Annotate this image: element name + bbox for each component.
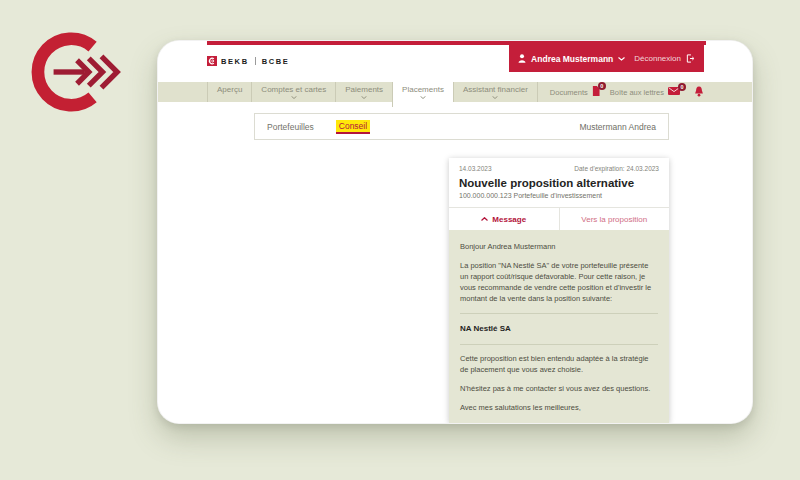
message-greeting: Bonjour Andrea Mustermann xyxy=(460,242,658,253)
nav-tab-placements[interactable]: Placements xyxy=(392,82,453,107)
brand-divider xyxy=(255,57,256,65)
documents-icon[interactable]: 0 xyxy=(592,86,600,98)
message-paragraph: La position "NA Nestlé SA" de votre port… xyxy=(460,261,658,305)
tab-message[interactable]: Message xyxy=(449,208,560,230)
tab-proposal[interactable]: Vers la proposition xyxy=(560,208,670,230)
tab-proposal-label: Vers la proposition xyxy=(581,215,647,224)
tab-message-label: Message xyxy=(492,215,526,224)
chevron-up-icon xyxy=(481,217,488,221)
main-nav: Aperçu Comptes et cartes Paiements Place… xyxy=(158,82,752,102)
message-paragraph: N'hésitez pas à me contacter si vous ave… xyxy=(460,384,658,395)
message-paragraph: Cette proposition est bien entendu adapt… xyxy=(460,354,658,376)
chevron-down-icon xyxy=(492,96,498,99)
nav-tab-comptes-et-cartes[interactable]: Comptes et cartes xyxy=(251,82,335,102)
nav-utilities: Documents 0 Boîte aux lettres 0 xyxy=(550,82,704,102)
breadcrumb-user: Mustermann Andrea xyxy=(579,122,656,132)
nav-tab-assistant-financier[interactable]: Assistant financier xyxy=(453,82,538,102)
mailbox-label[interactable]: Boîte aux lettres xyxy=(610,88,664,97)
brand-text-bekb: BEKB xyxy=(221,57,249,66)
nav-tab-label: Aperçu xyxy=(217,85,242,94)
nav-tab-paiements[interactable]: Paiements xyxy=(335,82,392,102)
browser-window: BEKB BCBE Andrea Mustermann Déconnexion xyxy=(157,40,753,424)
person-icon xyxy=(518,54,526,63)
divider xyxy=(460,313,658,314)
proposal-card: 14.03.2023 Date d'expiration: 24.03.2023… xyxy=(449,158,669,423)
nav-tab-apercu[interactable]: Aperçu xyxy=(207,82,251,102)
notifications-bell-icon[interactable] xyxy=(694,86,704,99)
nav-tab-label: Assistant financier xyxy=(463,85,528,94)
logout-icon[interactable] xyxy=(686,54,695,63)
card-subtitle: 100.000.000.123 Portefeuille d'investiss… xyxy=(459,192,659,199)
chevron-down-icon xyxy=(291,96,297,99)
documents-label[interactable]: Documents xyxy=(550,88,588,97)
nav-tab-label: Placements xyxy=(402,85,444,94)
breadcrumb-conseil[interactable]: Conseil xyxy=(336,120,370,134)
breadcrumb-bar: Portefeuilles Conseil Mustermann Andrea xyxy=(254,113,669,140)
site-header: BEKB BCBE Andrea Mustermann Déconnexion xyxy=(158,41,752,82)
message-body: Bonjour Andrea Mustermann La position "N… xyxy=(449,230,669,423)
position-name: NA Nestlé SA xyxy=(460,323,658,335)
nav-tab-label: Paiements xyxy=(345,85,383,94)
divider xyxy=(460,344,658,345)
message-closing: Avec mes salutations les meilleures, xyxy=(460,403,658,414)
breadcrumb-portefeuilles[interactable]: Portefeuilles xyxy=(267,122,314,132)
nav-tabs: Aperçu Comptes et cartes Paiements Place… xyxy=(207,82,538,102)
mailbox-badge: 0 xyxy=(678,83,686,91)
chevron-down-icon xyxy=(361,96,367,99)
nav-tab-label: Comptes et cartes xyxy=(261,85,326,94)
card-tabs: Message Vers la proposition xyxy=(449,207,669,230)
user-name: Andrea Mustermann xyxy=(531,54,613,64)
card-date: 14.03.2023 xyxy=(459,165,492,172)
page-background: BEKB BCBE Andrea Mustermann Déconnexion xyxy=(0,0,800,480)
logout-link[interactable]: Déconnexion xyxy=(634,54,681,63)
brand-text-bcbe: BCBE xyxy=(262,57,290,66)
chevron-down-icon xyxy=(420,96,426,99)
card-expiry: Date d'expiration: 24.03.2023 xyxy=(574,165,659,172)
speech-notch xyxy=(460,230,472,231)
bekb-logo-icon xyxy=(207,56,217,66)
mailbox-icon[interactable]: 0 xyxy=(668,87,680,97)
documents-badge: 0 xyxy=(598,82,606,90)
coach-arrow-logo xyxy=(30,28,128,116)
bekb-logo[interactable]: BEKB BCBE xyxy=(207,56,289,66)
message-signature: Votre coach financier xyxy=(460,421,658,423)
user-menu[interactable]: Andrea Mustermann Déconnexion xyxy=(509,45,704,72)
card-header: 14.03.2023 Date d'expiration: 24.03.2023… xyxy=(449,158,669,207)
chevron-down-icon xyxy=(618,57,625,61)
card-title: Nouvelle proposition alternative xyxy=(459,177,659,189)
